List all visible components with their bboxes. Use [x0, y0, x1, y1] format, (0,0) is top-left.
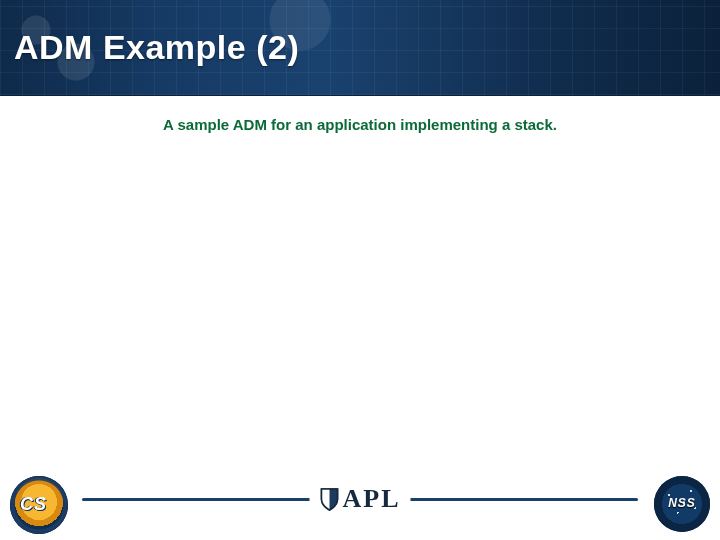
apl-logo-label: APL	[343, 484, 401, 514]
slide-subtitle: A sample ADM for an application implemen…	[0, 116, 720, 133]
title-band: ADM Example (2)	[0, 0, 720, 96]
nss-badge-label: NSS	[654, 496, 710, 510]
nss-badge-icon: NSS	[654, 476, 710, 532]
cs-badge-label: CS	[20, 494, 47, 515]
logo-left: CS	[10, 476, 68, 534]
logo-center: APL	[310, 484, 411, 514]
apl-shield-icon	[320, 487, 340, 511]
slide-title: ADM Example (2)	[14, 28, 299, 67]
footer: CS APL NSS	[0, 462, 720, 540]
slide: ADM Example (2) A sample ADM for an appl…	[0, 0, 720, 540]
content-area	[40, 150, 680, 450]
cs-badge-icon: CS	[10, 476, 68, 534]
logo-right: NSS	[654, 476, 710, 532]
